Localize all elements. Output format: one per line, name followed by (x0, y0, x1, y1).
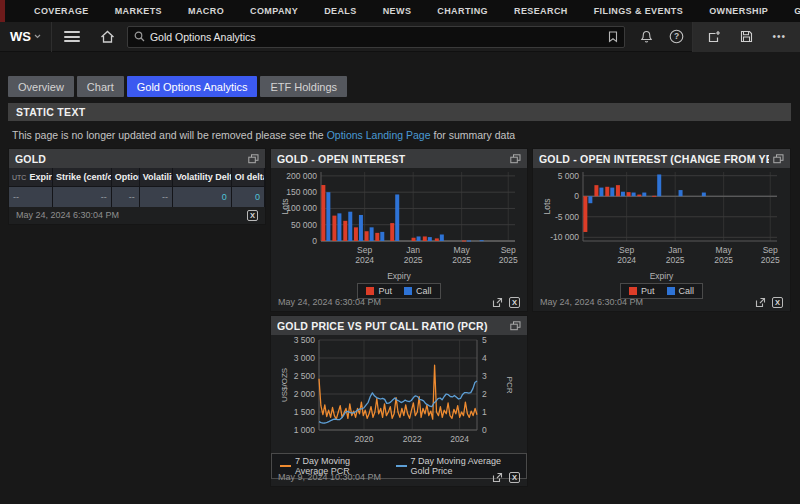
excel-export-icon[interactable]: X (509, 472, 520, 483)
svg-text:May: May (716, 245, 733, 255)
cell-expiry: -- (9, 187, 52, 208)
column-header-oi-delta[interactable]: OI delta (231, 168, 264, 187)
svg-text:Lots: Lots (280, 198, 290, 214)
notifications-bell-icon[interactable] (640, 30, 653, 44)
gold-price-pcr-timestamp: May 9, 2024 10:30:04 PM (278, 472, 381, 482)
app-logo-label: WS (10, 29, 31, 44)
svg-text:3: 3 (482, 371, 487, 381)
gold-panel-header: GOLD (9, 149, 265, 168)
gold-panel: GOLD UTCExpiryStrike (cent/oz)OptionVola… (8, 148, 266, 225)
svg-text:1 000: 1 000 (294, 425, 316, 435)
nav-item-deals[interactable]: DEALS (324, 6, 357, 16)
tab-chart[interactable]: Chart (77, 76, 124, 97)
svg-text:2024: 2024 (450, 434, 469, 444)
deprecation-notice: This page is no longer updated and will … (12, 129, 515, 141)
excel-export-icon[interactable]: X (772, 297, 783, 308)
svg-text:200 000: 200 000 (286, 171, 317, 181)
cell-volatility-delta: 0 (172, 187, 231, 208)
nav-item-filings-events[interactable]: FILINGS & EVENTS (594, 6, 683, 16)
legend-swatch (396, 465, 407, 467)
tab-overview[interactable]: Overview (8, 76, 74, 97)
nav-item-macro[interactable]: MACRO (188, 6, 224, 16)
options-landing-page-link[interactable]: Options Landing Page (327, 129, 431, 141)
external-link-icon[interactable] (492, 472, 503, 483)
nav-items: COVERAGEMARKETSMACROCOMPANYDEALSNEWSCHAR… (5, 6, 800, 16)
popout-icon[interactable] (248, 154, 259, 164)
nav-item-governance[interactable]: GOVERNANCE (794, 6, 800, 16)
open-interest-change-xaxis-label: Expiry (533, 271, 790, 282)
save-icon[interactable] (740, 30, 753, 43)
gold-price-pcr-chart: 2020202220243 5003 0002 5002 0001 5001 0… (279, 335, 519, 452)
more-options-icon[interactable]: ••• (772, 31, 786, 42)
svg-text:May: May (454, 245, 471, 255)
external-link-icon[interactable] (492, 297, 503, 308)
nav-item-company[interactable]: COMPANY (250, 6, 298, 16)
popout-icon[interactable] (510, 321, 521, 331)
column-header-option[interactable]: Option (111, 168, 139, 187)
home-icon[interactable] (100, 30, 115, 44)
static-text-title: STATIC TEXT (16, 106, 85, 118)
svg-text:150 000: 150 000 (286, 187, 317, 197)
svg-text:2025: 2025 (666, 255, 685, 265)
svg-text:Sep: Sep (357, 245, 372, 255)
svg-text:US$/OZS: US$/OZS (280, 368, 289, 402)
chevron-down-icon (34, 34, 41, 39)
nav-item-research[interactable]: RESEARCH (514, 6, 568, 16)
column-header-volatility[interactable]: Volatility (139, 168, 172, 187)
open-interest-timestamp: May 24, 2024 6:30:04 PM (278, 297, 381, 307)
svg-text:2022: 2022 (403, 434, 422, 444)
svg-text:1: 1 (482, 407, 487, 417)
tab-gold-options-analytics[interactable]: Gold Options Analytics (127, 76, 258, 97)
menu-icon[interactable] (64, 31, 80, 42)
column-header-strike-cent-oz[interactable]: Strike (cent/oz) (52, 168, 111, 187)
search-input[interactable] (150, 31, 608, 43)
svg-text:2025: 2025 (404, 255, 423, 265)
tab-etf-holdings[interactable]: ETF Holdings (260, 76, 347, 97)
popout-icon[interactable] (773, 154, 784, 164)
gold-timestamp: May 24, 2024 6:30:04 PM (16, 210, 119, 220)
nav-item-news[interactable]: NEWS (383, 6, 412, 16)
cell-strike-cent-oz: -- (52, 187, 111, 208)
nav-item-charting[interactable]: CHARTING (437, 6, 488, 16)
svg-text:Sep: Sep (763, 245, 778, 255)
divider (51, 22, 52, 52)
app-logo[interactable]: WS (0, 29, 51, 44)
gold-table-header-row: UTCExpiryStrike (cent/oz)OptionVolatilit… (9, 168, 265, 187)
notice-text-pre: This page is no longer updated and will … (12, 129, 327, 141)
svg-text:3 000: 3 000 (294, 353, 316, 363)
toolbar-action-group: ••• (693, 22, 800, 52)
open-interest-title: GOLD - OPEN INTEREST (277, 153, 506, 165)
nav-item-coverage[interactable]: COVERAGE (34, 6, 89, 16)
external-link-icon[interactable] (755, 297, 766, 308)
search-box[interactable] (127, 26, 625, 48)
svg-text:Sep: Sep (501, 245, 516, 255)
column-header-expiry[interactable]: UTCExpiry (9, 168, 52, 187)
gold-price-pcr-header: GOLD PRICE VS PUT CALL RATIO (PCR) (271, 316, 527, 335)
svg-text:5 000: 5 000 (558, 171, 580, 181)
column-header-volatility-delta[interactable]: Volatility Delta (172, 168, 231, 187)
nav-item-markets[interactable]: MARKETS (115, 6, 162, 16)
excel-export-icon[interactable]: X (509, 297, 520, 308)
help-icon[interactable]: ? (669, 29, 684, 44)
gold-price-pcr-panel: GOLD PRICE VS PUT CALL RATIO (PCR) 20202… (270, 315, 528, 487)
svg-text:2024: 2024 (617, 255, 636, 265)
svg-text:2025: 2025 (761, 255, 780, 265)
svg-text:100 000: 100 000 (286, 203, 317, 213)
gold-price-pcr-title: GOLD PRICE VS PUT CALL RATIO (PCR) (277, 320, 506, 332)
open-interest-change-timestamp: May 24, 2024 6:30:04 PM (540, 297, 643, 307)
excel-export-icon[interactable]: X (247, 210, 258, 221)
popout-icon[interactable] (510, 154, 521, 164)
export-new-icon[interactable] (707, 30, 721, 44)
open-interest-panel-header: GOLD - OPEN INTEREST (271, 149, 527, 168)
svg-text:2020: 2020 (355, 434, 374, 444)
svg-text:50 000: 50 000 (291, 220, 317, 230)
gold-price-pcr-footer: May 9, 2024 10:30:04 PM X (271, 468, 527, 486)
svg-text:2 500: 2 500 (294, 371, 316, 381)
svg-text:PCR: PCR (505, 377, 514, 394)
svg-text:-5 000: -5 000 (555, 212, 579, 222)
bookmark-icon[interactable] (608, 31, 618, 43)
svg-text:Jan: Jan (668, 245, 682, 255)
svg-text:0: 0 (312, 236, 317, 246)
nav-item-ownership[interactable]: OWNERSHIP (709, 6, 768, 16)
static-text-header: STATIC TEXT (8, 103, 791, 121)
